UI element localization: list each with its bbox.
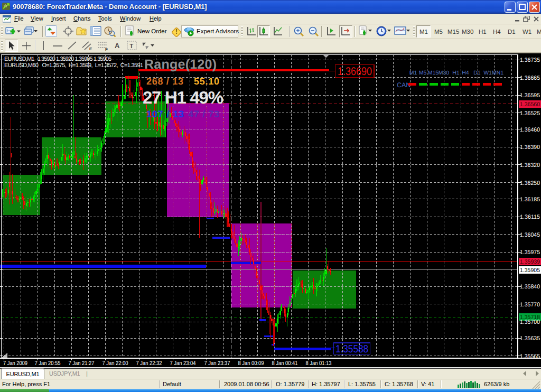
svg-text:M15: M15: [428, 70, 439, 76]
svg-text:1.36460: 1.36460: [520, 127, 540, 133]
svg-text:1.35635: 1.35635: [520, 335, 540, 342]
svg-text:H1: H1: [452, 70, 460, 76]
svg-text:1.35700: 1.35700: [520, 319, 540, 325]
svg-text:47 / 73: 47 / 73: [188, 109, 219, 119]
svg-text:1.36320: 1.36320: [520, 162, 540, 169]
svg-text:1.35770: 1.35770: [520, 302, 540, 308]
svg-text:Range(120): Range(120): [144, 57, 217, 72]
svg-text:1.35588: 1.35588: [335, 343, 368, 355]
svg-text:1.36250: 1.36250: [520, 180, 540, 186]
svg-text:1.35905: 1.35905: [520, 267, 540, 274]
svg-text:27 H1 49%: 27 H1 49%: [143, 88, 223, 107]
svg-text:7 Jan 23:37: 7 Jan 23:37: [204, 360, 230, 367]
svg-text:8 Jan 01:13: 8 Jan 01:13: [306, 360, 332, 367]
svg-text:EURUSD,M60 O=1.3575, H=1.35: EURUSD,M60 O=1.3575, H=1.3599, L=1.3572,…: [4, 62, 143, 69]
svg-text:1.36595: 1.36595: [520, 92, 540, 99]
svg-text:55.10: 55.10: [194, 76, 219, 87]
svg-text:H4: H4: [462, 70, 469, 76]
svg-text:8 Jan 00:09: 8 Jan 00:09: [238, 360, 264, 367]
svg-text:1.35975: 1.35975: [520, 249, 540, 256]
svg-text:7 Jan 22:00: 7 Jan 22:00: [102, 360, 128, 367]
svg-text:EURUSD,M1 1.35920 1.35920 1.: EURUSD,M1 1.35920 1.35920 1.35905 1.3590…: [4, 56, 111, 62]
svg-text:7 Jan 2009: 7 Jan 2009: [3, 360, 27, 367]
svg-text:1.36525: 1.36525: [520, 110, 540, 117]
svg-text:M30: M30: [439, 70, 450, 76]
svg-text:MN1: MN1: [492, 70, 503, 76]
svg-text:1.36115: 1.36115: [520, 214, 540, 220]
svg-text:7 Jan 21:27: 7 Jan 21:27: [69, 360, 95, 367]
svg-text:7 Jan 23:04: 7 Jan 23:04: [170, 360, 196, 367]
svg-text:D1: D1: [473, 70, 481, 76]
svg-text:7 Jan 22:32: 7 Jan 22:32: [136, 360, 162, 367]
svg-text:W1: W1: [483, 70, 492, 76]
svg-text:1.36390: 1.36390: [520, 144, 540, 151]
svg-text:1.36690: 1.36690: [338, 66, 372, 78]
svg-text:M1: M1: [409, 70, 417, 76]
svg-text:1.35840: 1.35840: [520, 284, 540, 290]
svg-text:M5: M5: [419, 70, 427, 76]
svg-text:1.36185: 1.36185: [520, 197, 540, 203]
svg-text:1.35939: 1.35939: [520, 259, 540, 265]
svg-text:7 Jan 20:55: 7 Jan 20:55: [35, 360, 61, 367]
svg-text:268 / 13: 268 / 13: [146, 76, 183, 87]
svg-text:8 Jan 00:41: 8 Jan 00:41: [272, 360, 298, 367]
svg-text:107 / 13: 107 / 13: [146, 109, 184, 119]
svg-text:1.36560: 1.36560: [520, 101, 540, 108]
svg-text:1.36735: 1.36735: [520, 57, 540, 63]
svg-text:1.35565: 1.35565: [520, 353, 540, 360]
svg-text:1.36665: 1.36665: [520, 75, 540, 81]
svg-text:1.36045: 1.36045: [520, 232, 540, 238]
